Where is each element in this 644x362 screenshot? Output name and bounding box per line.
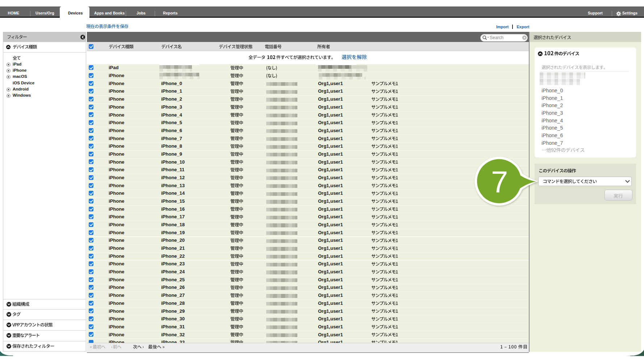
svg-text:7: 7 bbox=[491, 165, 508, 199]
